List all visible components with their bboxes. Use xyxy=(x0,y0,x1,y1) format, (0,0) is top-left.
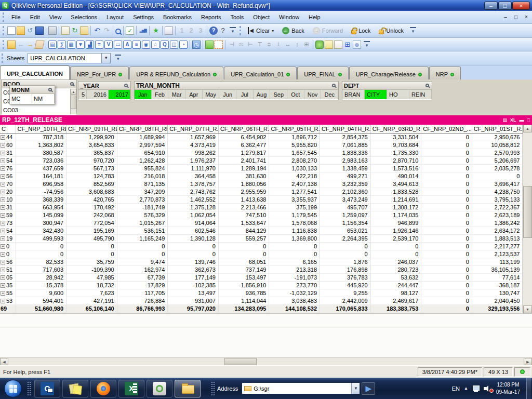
refresh-icon[interactable]: ↺ xyxy=(26,26,34,35)
expand-icon[interactable]: + xyxy=(1,174,5,179)
filter-value-nov[interactable]: Nov xyxy=(304,90,322,99)
web-page-icon[interactable]: ◍ xyxy=(353,41,361,49)
edit-module-icon[interactable] xyxy=(80,26,88,35)
column-header-cf-nrp-06th-r[interactable]: CF_NRP_06TH_R... xyxy=(218,125,269,133)
annotations-icon[interactable] xyxy=(165,26,173,35)
org-chart-icon[interactable]: ⊞ xyxy=(343,41,352,49)
column-header-cf-nrp-04th-r[interactable]: CF_NRP_04TH_R... xyxy=(320,125,371,133)
tab-upr-calculation[interactable]: UPR_CALCULATION xyxy=(0,65,70,79)
chevron-down-icon[interactable]: ▼ xyxy=(351,383,360,394)
reload-data-icon[interactable]: ↻ xyxy=(71,26,79,35)
column-header-cf-nrp-05th-r[interactable]: CF_NRP_05TH_R... xyxy=(269,125,320,133)
export-xl-button[interactable]: XL xyxy=(510,115,516,125)
clear-all-icon[interactable] xyxy=(34,41,44,49)
scrollbar-thumb[interactable] xyxy=(523,186,532,238)
align-bottom-icon[interactable]: ⊥ xyxy=(274,41,283,49)
expand-icon[interactable]: + xyxy=(1,151,5,155)
multi-box-icon[interactable]: = xyxy=(95,41,103,49)
column-header-cf-nrp-03rd-r[interactable]: CF_NRP_03RD_R... xyxy=(370,125,421,133)
expand-icon[interactable]: + xyxy=(1,299,5,303)
back-button[interactable]: ←Back xyxy=(278,25,308,36)
tab-upr-charage-release[interactable]: UPR_Charage/Release xyxy=(349,66,429,79)
chart-object-icon[interactable]: ▟ xyxy=(86,41,94,49)
filter-value-mar[interactable]: Mar xyxy=(168,90,185,99)
filter-value-jan[interactable]: Jan xyxy=(135,90,152,99)
align-middle-icon[interactable]: ≎ xyxy=(265,41,273,49)
volume-muted-icon[interactable] xyxy=(484,385,492,392)
restore-button[interactable]: □ xyxy=(498,2,512,10)
scrollbar-thumb[interactable] xyxy=(224,358,257,365)
table-caption-bar[interactable]: RP_12TH_RELEASE ▤XL▬□ xyxy=(0,115,532,125)
menu-selections[interactable]: Selections xyxy=(66,12,102,22)
demote-sheet-icon[interactable]: → xyxy=(26,41,34,49)
redo-icon[interactable]: ↷ xyxy=(102,26,111,35)
horizontal-scrollbar[interactable]: ◀ ▶ xyxy=(0,357,532,365)
tab-nrp-for-upr[interactable]: NRP_For_UPR xyxy=(70,66,129,79)
filter-value-jun[interactable]: Jun xyxy=(219,90,236,99)
restore-button[interactable]: □ xyxy=(527,115,530,125)
column-header-cf-nrp-09th-re[interactable]: CF_NRP_09TH_RE... xyxy=(66,125,117,133)
undo-icon[interactable]: ↶ xyxy=(93,26,101,35)
minimize-button[interactable]: ▬ xyxy=(520,115,524,125)
adjust-objects-icon[interactable]: ⊞ xyxy=(302,41,311,49)
search-icon[interactable] xyxy=(124,84,128,87)
expand-icon[interactable]: + xyxy=(1,244,5,249)
filter-value-oct[interactable]: Oct xyxy=(287,90,304,99)
network-icon[interactable] xyxy=(472,385,480,392)
expand-icon[interactable]: + xyxy=(1,158,5,163)
add-note-icon[interactable] xyxy=(325,41,333,49)
scroll-up-icon[interactable]: ▲ xyxy=(71,89,76,95)
custom-object-icon[interactable]: ◔ xyxy=(179,41,188,49)
table-box-icon[interactable]: ▦ xyxy=(67,41,75,49)
table-vertical-scrollbar[interactable]: ▲ ▼ xyxy=(523,125,532,313)
new-sheet-icon[interactable] xyxy=(7,41,16,49)
promote-sheet-icon[interactable]: ← xyxy=(17,41,25,49)
taskbar-clock[interactable]: 12:08 PM 09-Mar-17 xyxy=(496,381,520,395)
language-indicator[interactable]: EN xyxy=(452,385,460,392)
tray-expand-icon[interactable]: ▲ xyxy=(464,386,468,391)
filter-value-city[interactable]: CITY xyxy=(365,90,387,99)
filter-value-jul[interactable]: Jul xyxy=(236,90,254,99)
expand-icon[interactable]: + xyxy=(1,221,5,225)
bcod-scrollbar[interactable]: ▲ xyxy=(70,89,76,114)
filter-value-sep[interactable]: Sep xyxy=(270,90,287,99)
close-button-mdi[interactable]: × xyxy=(522,14,531,21)
align-left-icon[interactable]: ⊣ xyxy=(228,41,236,49)
bookmark-object-icon[interactable]: ☆ xyxy=(151,41,159,49)
menu-window[interactable]: Window xyxy=(274,12,304,22)
column-header-cf-nrp-02nd[interactable]: CF_NRP_02ND_... xyxy=(421,125,472,133)
expand-icon[interactable]: + xyxy=(1,275,5,280)
selections-box-icon[interactable]: V xyxy=(104,41,113,49)
filter-value-co03[interactable]: CO03 xyxy=(2,106,76,115)
column-header-cf-nrp-01st-r[interactable]: CF_NRP_01ST_R... xyxy=(472,125,523,133)
scroll-up-icon[interactable]: ▲ xyxy=(523,125,532,132)
tab-nrp[interactable]: NRP xyxy=(429,66,461,79)
line-arrow-object-icon[interactable]: ≡ xyxy=(132,41,141,49)
container-object-icon[interactable]: ▭ xyxy=(114,41,122,49)
expand-icon[interactable]: + xyxy=(1,166,5,171)
align-center-icon[interactable]: ≍ xyxy=(237,41,245,49)
chart-wizard-icon[interactable]: ◷ xyxy=(192,41,201,49)
column-header-c[interactable]: C xyxy=(0,125,16,133)
input-box-icon[interactable]: ▼ xyxy=(76,41,85,49)
space-vertically-icon[interactable]: ↕ xyxy=(293,41,301,49)
dept-caption[interactable]: DEPT xyxy=(342,82,432,90)
expand-icon[interactable]: + xyxy=(1,190,5,194)
filter-value-may[interactable]: May xyxy=(203,90,220,99)
expand-icon[interactable]: + xyxy=(1,252,5,257)
help-icon[interactable]: ? xyxy=(209,26,218,35)
search-icon[interactable] xyxy=(425,84,429,87)
slider-object-icon[interactable]: ◫ xyxy=(170,41,178,49)
toolbar-overflow-icon[interactable]: ▾ xyxy=(410,27,416,34)
unlock-button[interactable]: Unlock xyxy=(375,25,408,36)
search-icon[interactable] xyxy=(48,88,52,91)
open-folder-icon[interactable] xyxy=(17,26,25,35)
menu-tools[interactable]: Tools xyxy=(225,12,248,22)
menu-edit[interactable]: Edit xyxy=(25,12,45,22)
address-go-button[interactable]: ▶ xyxy=(362,382,375,395)
tab-upr-calculation-01[interactable]: UPR_Calculation_01 xyxy=(224,66,297,79)
search-icon[interactable] xyxy=(332,84,336,87)
expand-icon[interactable]: + xyxy=(1,135,5,140)
expand-icon[interactable]: + xyxy=(1,182,5,187)
search-icon[interactable] xyxy=(115,29,121,34)
